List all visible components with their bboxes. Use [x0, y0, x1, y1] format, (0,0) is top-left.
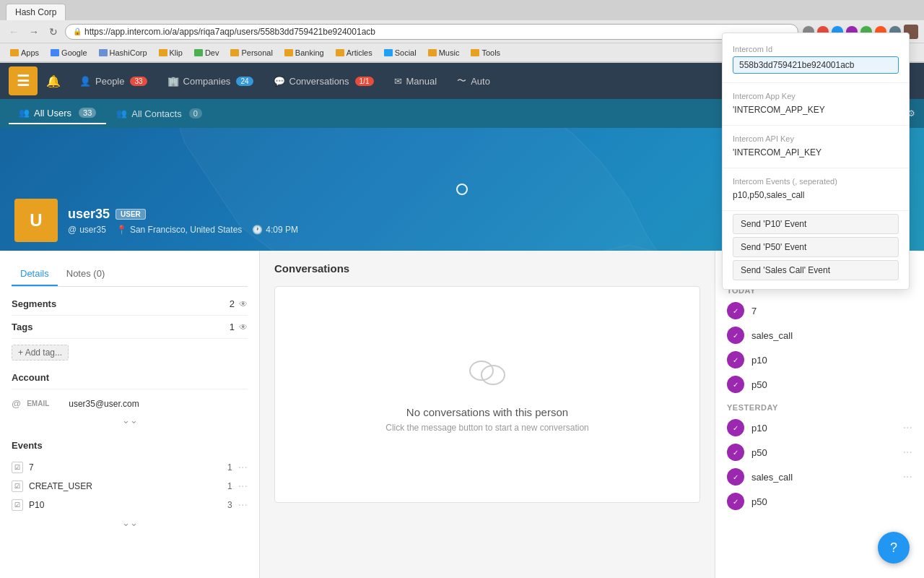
activity-more-y2[interactable]: ··· [903, 446, 912, 459]
eye-icon[interactable]: 👁 [239, 299, 248, 309]
event-row-2: ☑ CREATE_USER 1 ··· [12, 477, 248, 496]
bookmark-tools[interactable]: Tools [466, 47, 505, 59]
forward-button[interactable]: → [26, 25, 42, 39]
bookmark-dev-label: Dev [205, 48, 219, 57]
bookmark-apps[interactable]: Apps [6, 47, 43, 59]
activity-name-y1: p10 [751, 423, 896, 434]
activity-today-item-3: ✓ p10 [727, 351, 912, 368]
bookmark-hashicorp[interactable]: HashiCorp [95, 47, 152, 59]
user-local-time: 4:09 PM [266, 225, 298, 235]
nav-people[interactable]: 👤 People 33 [69, 70, 157, 92]
event-more-2[interactable]: ··· [238, 480, 248, 493]
folder-icon [194, 49, 203, 56]
api-key-label: Intercom API Key [733, 134, 899, 143]
lock-icon: 🔒 [73, 27, 82, 35]
active-tab[interactable]: Hash Corp [6, 4, 66, 20]
intercom-id-label: Intercom Id [733, 45, 899, 53]
expand-account-button[interactable]: ⌄⌄ [12, 412, 248, 428]
account-title: Account [12, 372, 49, 383]
event-count-1: 1 [218, 462, 232, 473]
activity-dot-3: ✓ [727, 351, 744, 368]
sub-nav-left: 👥 All Users 33 👥 All Contacts 0 [9, 103, 212, 124]
folder-icon [471, 49, 479, 56]
conversations-badge: 1/1 [355, 77, 374, 86]
event-icon-1: ☑ [12, 462, 23, 473]
bookmark-music[interactable]: Music [424, 47, 464, 59]
notification-bell-button[interactable]: 🔔 [43, 72, 64, 91]
send-p10-button[interactable]: Send 'P10' Event [733, 214, 899, 234]
location-marker [456, 184, 468, 195]
send-sales-call-button[interactable]: Send 'Sales Call' Event [733, 260, 899, 280]
chevron-down-icon: ⌄⌄ [122, 415, 138, 426]
user-name-row: user35 USER [68, 207, 298, 222]
folder-icon [284, 49, 293, 56]
segments-section-header: Segments 2 👁 [12, 298, 248, 316]
folder-icon [384, 49, 393, 56]
bookmark-personal[interactable]: Personal [226, 47, 276, 59]
conversations-box: No conversations with this person Click … [274, 286, 700, 503]
url-bar[interactable]: 🔒 https://app.intercom.io/a/apps/riqa7aq… [65, 24, 798, 40]
bookmark-articles[interactable]: Articles [331, 47, 377, 59]
nav-items: 👤 People 33 🏢 Companies 24 💬 Conversatio… [69, 69, 500, 93]
bookmark-social[interactable]: Social [380, 47, 421, 59]
nav-manual[interactable]: ✉ Manual [384, 70, 448, 92]
check-icon-y2: ✓ [733, 449, 738, 457]
user-avatar: U [14, 199, 58, 242]
intercom-id-input[interactable] [733, 56, 899, 74]
email-value: user35@user.com [69, 399, 139, 409]
panel-tabs: Details Notes (0) [12, 262, 248, 287]
subnav-all-contacts[interactable]: 👥 All Contacts 0 [106, 104, 212, 124]
companies-icon: 🏢 [167, 76, 179, 87]
bookmark-google[interactable]: Google [46, 47, 91, 59]
tags-eye-icon[interactable]: 👁 [239, 322, 248, 332]
event-icon-3: ☑ [12, 499, 23, 511]
nav-conversations-label: Conversations [289, 76, 349, 87]
send-p50-button[interactable]: Send 'P50' Event [733, 237, 899, 257]
event-more-3[interactable]: ··· [238, 499, 248, 512]
activity-yesterday-item-3: ✓ sales_call ··· [727, 468, 912, 486]
bookmark-banking-label: Banking [295, 48, 324, 57]
main-content: Details Notes (0) Segments 2 👁 Tags 1 👁 [0, 251, 924, 578]
app-key-value: 'INTERCOM_APP_KEY [733, 103, 899, 116]
subnav-all-users[interactable]: 👥 All Users 33 [9, 103, 106, 124]
bookmark-music-label: Music [439, 48, 460, 57]
location-icon: 📍 [116, 225, 127, 235]
nav-conversations[interactable]: 💬 Conversations 1/1 [263, 70, 384, 92]
reload-button[interactable]: ↻ [46, 25, 61, 39]
add-tag-button[interactable]: + Add tag... [12, 345, 69, 361]
divider-4 [723, 210, 909, 211]
nav-manual-label: Manual [406, 76, 437, 87]
tags-section-header: Tags 1 👁 [12, 322, 248, 339]
bookmark-banking[interactable]: Banking [280, 47, 328, 59]
bookmark-hashicorp-label: HashiCorp [110, 48, 147, 57]
events-value: p10,p50,sales_call [733, 189, 899, 202]
event-row-1: ☑ 7 1 ··· [12, 458, 248, 477]
tags-title: Tags [12, 322, 32, 332]
activity-more-y1[interactable]: ··· [903, 421, 912, 434]
chat-fab-button[interactable]: ? [878, 532, 910, 564]
nav-auto[interactable]: 〜 Auto [447, 69, 500, 93]
tab-details[interactable]: Details [12, 262, 58, 286]
conversations-title: Conversations [274, 262, 700, 275]
tab-notes[interactable]: Notes (0) [58, 262, 113, 286]
activity-name-2: sales_call [751, 330, 912, 341]
activity-dot-y4: ✓ [727, 493, 744, 510]
nav-companies[interactable]: 🏢 Companies 24 [157, 70, 263, 92]
events-title: Events [12, 440, 248, 451]
users-icon: 👥 [19, 108, 30, 118]
activity-dot-y3: ✓ [727, 468, 744, 486]
back-button[interactable]: ← [6, 25, 22, 39]
logo-button[interactable]: ☰ [9, 66, 38, 95]
bookmark-apps-label: Apps [21, 48, 39, 57]
event-more-1[interactable]: ··· [238, 461, 248, 474]
folder-icon [159, 49, 167, 56]
yesterday-label: YESTERDAY [727, 403, 912, 412]
activity-more-y3[interactable]: ··· [903, 470, 912, 483]
all-contacts-count: 0 [189, 108, 202, 118]
bookmark-dev[interactable]: Dev [190, 47, 224, 59]
expand-events-button[interactable]: ⌄⌄ [12, 514, 248, 531]
bookmark-articles-label: Articles [346, 48, 372, 57]
bookmark-klip[interactable]: Klip [154, 47, 187, 59]
tags-count: 1 👁 [230, 322, 248, 332]
subnav-all-contacts-label: All Contacts [131, 108, 181, 119]
